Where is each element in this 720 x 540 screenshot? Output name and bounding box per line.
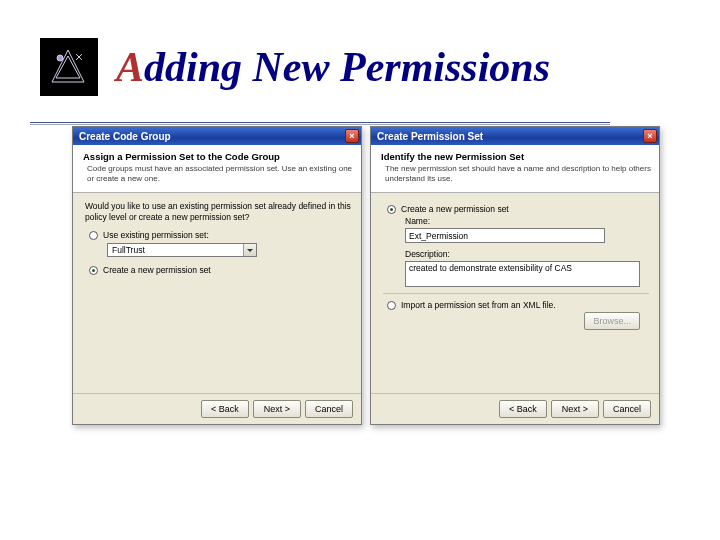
description-label: Description:	[405, 249, 649, 259]
cancel-button[interactable]: Cancel	[603, 400, 651, 418]
close-icon[interactable]: ×	[345, 129, 359, 143]
next-button[interactable]: Next >	[551, 400, 599, 418]
slide-logo-icon	[40, 38, 98, 96]
next-button[interactable]: Next >	[253, 400, 301, 418]
divider	[383, 293, 649, 294]
titlebar[interactable]: Create Code Group ×	[73, 127, 361, 145]
option-label: Use existing permission set:	[103, 230, 209, 240]
dialog-create-permission-set: Create Permission Set × Identify the new…	[370, 126, 660, 425]
combo-value: FullTrust	[112, 245, 145, 255]
wizard-buttons: < Back Next > Cancel	[371, 393, 659, 424]
radio-icon[interactable]	[89, 266, 98, 275]
option-label: Create a new permission set	[401, 204, 509, 214]
option-label: Create a new permission set	[103, 265, 211, 275]
wizard-heading: Assign a Permission Set to the Code Grou…	[83, 151, 353, 162]
wizard-header: Identify the new Permission Set The new …	[371, 145, 659, 193]
option-use-existing[interactable]: Use existing permission set:	[89, 230, 351, 240]
wizard-heading: Identify the new Permission Set	[381, 151, 651, 162]
description-field[interactable]: created to demonstrate extensibility of …	[405, 261, 640, 287]
wizard-buttons: < Back Next > Cancel	[73, 393, 361, 424]
chevron-down-icon[interactable]	[243, 244, 256, 256]
titlebar-text: Create Code Group	[79, 131, 345, 142]
slide-title: Adding New Permissions	[116, 43, 550, 91]
wizard-body: Would you like to use an existing permis…	[73, 193, 361, 393]
svg-point-1	[57, 55, 63, 61]
radio-icon[interactable]	[387, 205, 396, 214]
dialog-create-code-group: Create Code Group × Assign a Permission …	[72, 126, 362, 425]
titlebar-text: Create Permission Set	[377, 131, 643, 142]
title-underline	[30, 122, 610, 123]
name-label: Name:	[405, 216, 649, 226]
back-button[interactable]: < Back	[499, 400, 547, 418]
wizard-body: Create a new permission set Name: Descri…	[371, 193, 659, 393]
cancel-button[interactable]: Cancel	[305, 400, 353, 418]
wizard-header: Assign a Permission Set to the Code Grou…	[73, 145, 361, 193]
radio-icon[interactable]	[387, 301, 396, 310]
radio-icon[interactable]	[89, 231, 98, 240]
option-label: Import a permission set from an XML file…	[401, 300, 556, 310]
back-button[interactable]: < Back	[201, 400, 249, 418]
slide-header: Adding New Permissions	[0, 0, 720, 98]
option-create-new[interactable]: Create a new permission set	[89, 265, 351, 275]
permission-set-combo[interactable]: FullTrust	[107, 243, 257, 257]
option-import-xml[interactable]: Import a permission set from an XML file…	[387, 300, 649, 310]
wizard-subheading: Code groups must have an associated perm…	[83, 164, 353, 184]
name-field[interactable]	[405, 228, 605, 243]
titlebar[interactable]: Create Permission Set ×	[371, 127, 659, 145]
close-icon[interactable]: ×	[643, 129, 657, 143]
option-create-new[interactable]: Create a new permission set	[387, 204, 649, 214]
prompt-text: Would you like to use an existing permis…	[85, 201, 351, 222]
wizard-subheading: The new permission set should have a nam…	[381, 164, 651, 184]
browse-button: Browse...	[584, 312, 640, 330]
